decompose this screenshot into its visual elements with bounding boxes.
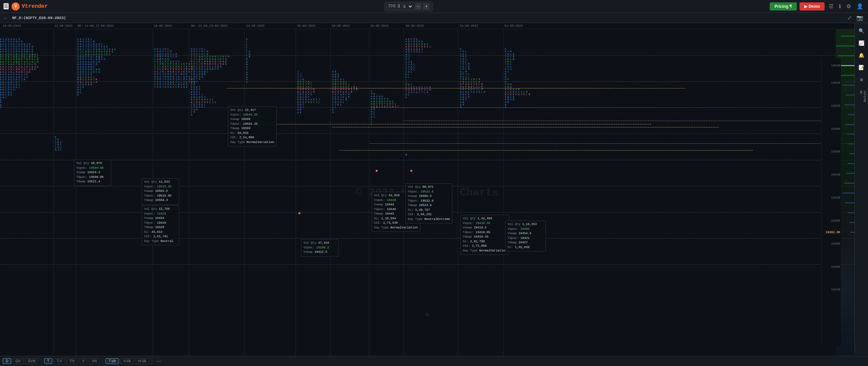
bottom-more-btn[interactable]: ⋯ xyxy=(155,357,163,366)
info-box-2508: Vol Qty 47,410 Vspoc: 19390.2 Vvwap 1941… xyxy=(301,239,338,257)
hamburger-button[interactable]: ☰ xyxy=(3,3,9,9)
logo-area: V Vtrender xyxy=(12,2,48,11)
bottom-btn-tv[interactable]: T-V xyxy=(54,358,65,364)
capture-icon[interactable]: ⊙ xyxy=(425,310,429,319)
info-box-2908: Vol Qty 80,071 Vspoc: 19532.6 Vvwap 1950… xyxy=(406,183,452,223)
bottom-sep-2 xyxy=(102,359,103,364)
date-label-7: 28-08-2023 xyxy=(332,24,350,28)
pricing-button[interactable]: Pricing ₹ xyxy=(770,2,797,11)
demo-button[interactable]: ▶ Demo xyxy=(800,2,825,11)
hline-19480 xyxy=(0,107,854,108)
right-sidebar: 🔍 📈 🔔 📝 ⊞ ⚙ xyxy=(854,23,868,355)
bottom-btn-vn[interactable]: VN xyxy=(89,358,100,364)
second-toolbar: ← NF_D:(NIFTY_E28-09-2023) ⤢ 📷 xyxy=(0,13,868,23)
date-label-11: 01-09-2023 xyxy=(505,24,523,28)
bottom-btn-gv[interactable]: GV xyxy=(13,358,23,364)
header-center: TPO 3 3510 − + xyxy=(384,2,433,11)
date-axis: 10-08-2023 11-08-2023 3D: 14-08_17-08-20… xyxy=(0,23,854,29)
tpo-value[interactable]: 3 xyxy=(397,4,400,9)
user-icon-button[interactable]: 👤 xyxy=(855,2,865,11)
hline-19440 xyxy=(0,160,854,160)
col-sep-11 xyxy=(503,29,504,356)
info-box-3008: Vol Qty 1,42,409 Vspoc: 19410.35 Vvwap 1… xyxy=(460,215,509,255)
bottom-btn-vva[interactable]: V-VA xyxy=(120,358,134,364)
sidebar-grid-icon[interactable]: ⊞ xyxy=(856,75,867,85)
date-label-4: 18-08-2023 xyxy=(154,24,172,28)
bottom-btn-d[interactable]: D xyxy=(3,358,11,364)
date-label-5: 24-08-2023 xyxy=(246,24,264,28)
profile-col-0109: K K L M J K L M J K L M J K L M J K L J … xyxy=(505,45,530,356)
sidebar-bell-icon[interactable]: 🔔 xyxy=(856,50,867,60)
date-label-9: 30-08-2023 xyxy=(406,24,424,28)
price-19520: 19520 xyxy=(831,81,840,85)
ref-line-yellow-2 xyxy=(339,150,753,150)
col-sep-10 xyxy=(458,29,458,356)
price-axis: 19540 19520 19500 19480 19460 19440 1942… xyxy=(821,58,841,346)
b-marker: B xyxy=(406,153,407,156)
notes-label[interactable]: Notes xyxy=(862,89,868,103)
settings-icon-button[interactable]: ⚙ xyxy=(845,2,852,11)
ref-line-yellow-1 xyxy=(237,88,685,88)
hline-19360 xyxy=(0,264,854,265)
bottom-sep-1 xyxy=(41,359,41,364)
poc-dot-3008 xyxy=(410,170,412,172)
profile-col-3d-1: G H I J K L G H I J K L M G H I J K L M … xyxy=(77,36,116,356)
price-19340: 19340 xyxy=(831,288,840,291)
bottom-sep-3 xyxy=(152,359,152,364)
bottom-btn-hva[interactable]: H-VA xyxy=(135,358,149,364)
col-sep-2 xyxy=(76,29,76,356)
price-19540: 19540 xyxy=(831,64,840,67)
info-box-1008: Vol Qty 10,076 Vspoc: 19509.65 Vvwap 195… xyxy=(74,160,111,186)
tpo-decrease-button[interactable]: − xyxy=(415,3,421,9)
hline-19520 xyxy=(0,55,854,56)
poc-dashed-2 xyxy=(332,127,719,127)
info-box-2408: Vol Qty 22,417 Vspoc: 19645.25 Vvwap 195… xyxy=(228,106,277,146)
bottom-toolbar: D GV GVN T T-V T/V V VN T-VA V-VA H-VA ⋯ xyxy=(0,356,868,366)
profile-col-3d-2: G H I J K L G H I J K L M G H I J K L M … xyxy=(191,45,229,356)
date-label-3d-1: 3D: 14-08_17-08-2023 xyxy=(77,24,114,28)
symbol-label: NF_D:(NIFTY_E28-09-2023) xyxy=(12,16,66,20)
profile-col-2408: K L L L L L M L M L M M M A A A A A A A … xyxy=(246,36,252,356)
bottom-btn-gvn[interactable]: GVN xyxy=(25,358,39,364)
chart-area[interactable]: © 2023 Vtrender Charts 19540 19520 19500… xyxy=(0,29,854,356)
tpo-increase-button[interactable]: + xyxy=(423,3,429,9)
expand-button[interactable]: ⤢ xyxy=(846,13,853,22)
expand-icons: ⤢ 📷 xyxy=(846,13,865,22)
date-label-3d-2: 3D: 21-08_23-08-2023 xyxy=(191,24,228,28)
sidebar-notes-icon[interactable]: 📝 xyxy=(856,62,867,73)
list-icon-button[interactable]: ☰ xyxy=(827,2,835,11)
bottom-btn-tva[interactable]: T-VA xyxy=(105,358,119,364)
col-sep-1 xyxy=(54,29,54,356)
bottom-btn-v[interactable]: V xyxy=(79,358,88,364)
hline-19380 xyxy=(0,238,854,239)
price-19480: 19480 xyxy=(831,127,840,131)
date-label-10: 31-08-2023 xyxy=(460,24,478,28)
price-19500: 19500 xyxy=(831,104,840,108)
price-19460: 19460 xyxy=(831,150,840,154)
poc-dot-2908 xyxy=(376,170,378,172)
price-19392: 19392.00 xyxy=(826,231,840,234)
sidebar-chart-icon[interactable]: 📈 xyxy=(856,38,867,48)
bottom-btn-t[interactable]: T xyxy=(44,358,52,364)
date-label-8: 29-08-2023 xyxy=(370,24,389,28)
camera-button[interactable]: 📷 xyxy=(855,13,865,22)
profile-col-2: K J K J K L J K L J K L A J L xyxy=(55,134,62,356)
ref-dashed-2 xyxy=(370,143,854,144)
price-19360: 19360 xyxy=(831,265,840,269)
col-sep-7 xyxy=(330,29,331,356)
date-label-1: 10-08-2023 xyxy=(3,24,21,28)
price-19440: 19440 xyxy=(831,173,840,177)
info-icon-button[interactable]: ℹ xyxy=(837,2,842,11)
tpo-dropdown[interactable]: 3510 xyxy=(402,4,413,9)
sidebar-search-icon[interactable]: 🔍 xyxy=(856,26,867,36)
back-button[interactable]: ← xyxy=(3,15,8,21)
price-19380: 19380 xyxy=(831,242,840,246)
hline-19500 xyxy=(0,81,854,82)
date-label-6: 25-08-2023 xyxy=(297,24,315,28)
header-right: Pricing ₹ ▶ Demo ☰ ℹ ⚙ 👤 xyxy=(770,2,865,11)
info-box-3d1-lower: Vol Qty 13,766 Vspoc: 19419 Vvwap 19434 … xyxy=(142,205,179,245)
tpo-controls: TPO 3 3510 − + xyxy=(384,2,433,11)
col-sep-5 xyxy=(244,29,244,356)
bottom-btn-tdv[interactable]: T/V xyxy=(66,358,78,364)
info-box-0109: Vol Qty 1,16,553 Vspoc: 19405 Vvwap 1945… xyxy=(505,221,546,251)
